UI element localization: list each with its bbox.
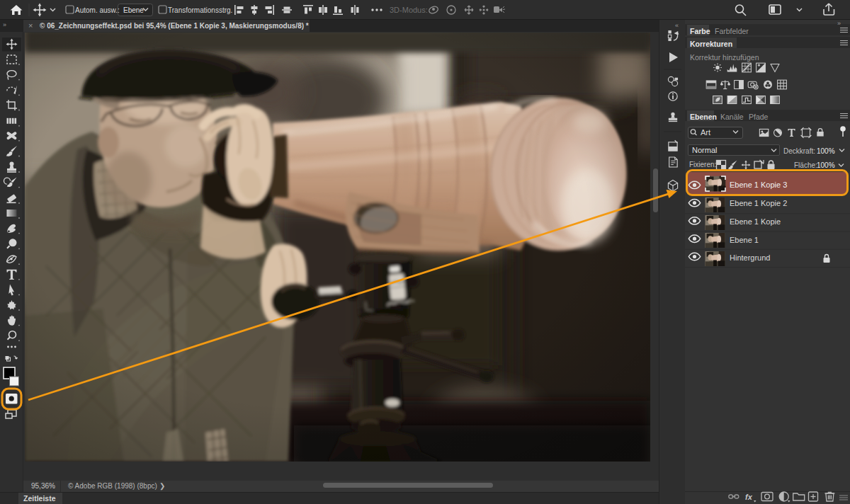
- svg-text:fx: fx: [745, 493, 753, 501]
- svg-text:3D-Modus:: 3D-Modus:: [390, 6, 428, 14]
